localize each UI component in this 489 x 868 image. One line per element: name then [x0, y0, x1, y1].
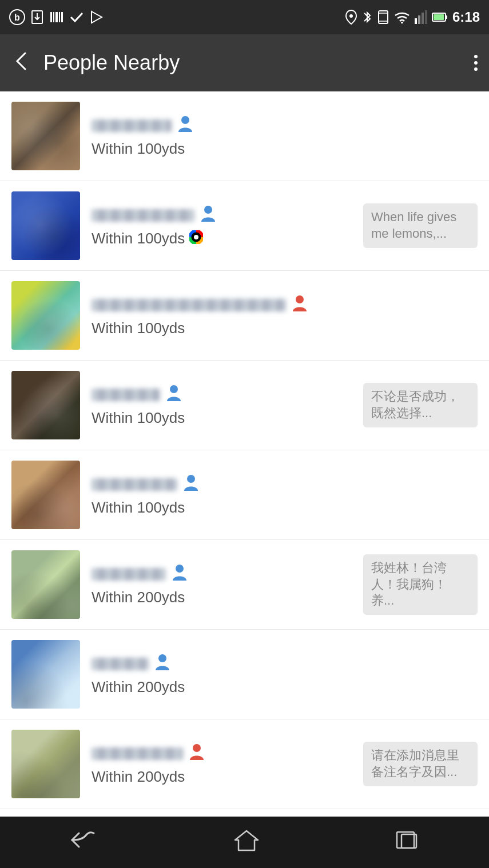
- list-item[interactable]: Within 200yds请在添加消息里备注名字及因...: [0, 719, 489, 809]
- avatar: [11, 191, 80, 260]
- nav-home-button[interactable]: [234, 829, 259, 857]
- svg-rect-21: [434, 14, 444, 20]
- item-info: Within 200yds: [92, 563, 352, 606]
- name-row: [92, 743, 352, 765]
- item-distance: Within 100yds: [92, 409, 352, 427]
- item-distance: Within 100yds: [92, 319, 478, 337]
- item-info: Within 100yds: [92, 384, 352, 427]
- name-row: [92, 474, 478, 495]
- bottom-navigation: [0, 817, 489, 868]
- distance-text: Within 100yds: [92, 230, 185, 247]
- dot3: [474, 67, 478, 71]
- item-status-message: 不论是否成功，既然选择...: [363, 383, 478, 427]
- male-gender-icon: [183, 474, 199, 495]
- item-info: Within 100yds: [92, 115, 478, 158]
- item-distance: Within 100yds: [92, 499, 478, 517]
- list-item[interactable]: Within 100yds: [0, 450, 489, 540]
- svg-point-30: [158, 654, 166, 662]
- name-row: [92, 294, 478, 316]
- svg-rect-8: [61, 12, 63, 22]
- female-gender-icon: [292, 294, 308, 316]
- name-row: [92, 115, 478, 137]
- item-distance: Within 100yds: [92, 140, 478, 158]
- svg-rect-6: [55, 12, 58, 22]
- battery-icon: [432, 11, 448, 23]
- blurred-name: [92, 658, 149, 670]
- list-item[interactable]: Within 100yds不论是否成功，既然选择...: [0, 361, 489, 450]
- dot2: [474, 61, 478, 65]
- status-time: 6:18: [452, 9, 480, 25]
- male-gender-icon: [200, 205, 216, 226]
- distance-text: Within 200yds: [92, 768, 185, 786]
- svg-rect-4: [50, 12, 52, 22]
- svg-point-10: [349, 14, 353, 18]
- color-wheel-icon: [189, 230, 203, 247]
- nav-recents-button[interactable]: [396, 830, 421, 855]
- item-status-message: 请在添加消息里备注名字及因...: [363, 742, 478, 786]
- item-info: Within 100yds: [92, 205, 352, 247]
- svg-point-23: [204, 206, 212, 214]
- svg-rect-18: [425, 10, 427, 24]
- list-item[interactable]: Within 100yds: [0, 271, 489, 361]
- header: People Nearby: [0, 34, 489, 91]
- wifi-icon: [394, 11, 410, 23]
- location-icon: [345, 9, 357, 25]
- name-row: [92, 653, 478, 675]
- svg-rect-7: [59, 12, 60, 22]
- avatar: [11, 281, 80, 350]
- status-icons-left: b: [9, 9, 103, 25]
- page-title: People Nearby: [43, 51, 463, 75]
- avatar: [11, 371, 80, 439]
- svg-rect-5: [53, 12, 54, 22]
- svg-text:b: b: [14, 13, 20, 22]
- people-list: Within 100ydsWithin 100ydsWhen life give…: [0, 91, 489, 809]
- female-gender-icon: [189, 743, 205, 765]
- male-gender-icon: [154, 653, 170, 675]
- blurred-name: [92, 568, 166, 581]
- blurred-name: [92, 747, 183, 760]
- blurred-name: [92, 209, 194, 222]
- svg-marker-9: [92, 11, 102, 23]
- svg-point-22: [181, 116, 189, 124]
- item-info: Within 100yds: [92, 474, 478, 517]
- menu-button[interactable]: [474, 55, 478, 71]
- status-bar: b: [0, 0, 489, 34]
- avatar: [11, 461, 80, 529]
- male-gender-icon: [172, 563, 188, 585]
- svg-rect-17: [422, 13, 424, 24]
- bluetooth-icon: [362, 10, 372, 25]
- item-distance: Within 100yds: [92, 230, 352, 247]
- svg-rect-16: [418, 15, 420, 24]
- item-distance: Within 200yds: [92, 678, 478, 696]
- blurred-name: [92, 119, 172, 132]
- list-item[interactable]: Within 100ydsWhen life gives me lemons,.…: [0, 181, 489, 271]
- blurred-name: [92, 478, 177, 491]
- svg-point-29: [176, 565, 184, 573]
- distance-text: Within 100yds: [92, 319, 185, 337]
- download-icon: [31, 10, 43, 25]
- distance-text: Within 200yds: [92, 678, 185, 696]
- svg-point-27: [170, 385, 178, 393]
- male-gender-icon: [177, 115, 193, 137]
- back-button[interactable]: [11, 51, 32, 75]
- list-item[interactable]: Within 200yds: [0, 630, 489, 719]
- nav-back-button[interactable]: [69, 830, 97, 855]
- avatar: [11, 640, 80, 709]
- rotate-icon: [377, 10, 389, 25]
- list-item[interactable]: Within 100yds: [0, 91, 489, 181]
- svg-point-28: [187, 475, 195, 483]
- blurred-name: [92, 299, 286, 311]
- list-item[interactable]: Within 200yds我姓林！台湾人！我属狗！养...: [0, 540, 489, 630]
- male-gender-icon: [166, 384, 182, 406]
- svg-rect-20: [446, 15, 447, 19]
- signal-icon: [415, 10, 427, 24]
- distance-text: Within 100yds: [92, 409, 185, 427]
- svg-point-14: [401, 22, 403, 23]
- name-row: [92, 563, 352, 585]
- svg-point-25: [194, 235, 198, 239]
- name-row: [92, 205, 352, 226]
- barcode-icon: [49, 10, 64, 25]
- status-icons-right: 6:18: [345, 9, 480, 25]
- svg-rect-15: [415, 18, 417, 24]
- distance-text: Within 200yds: [92, 589, 185, 606]
